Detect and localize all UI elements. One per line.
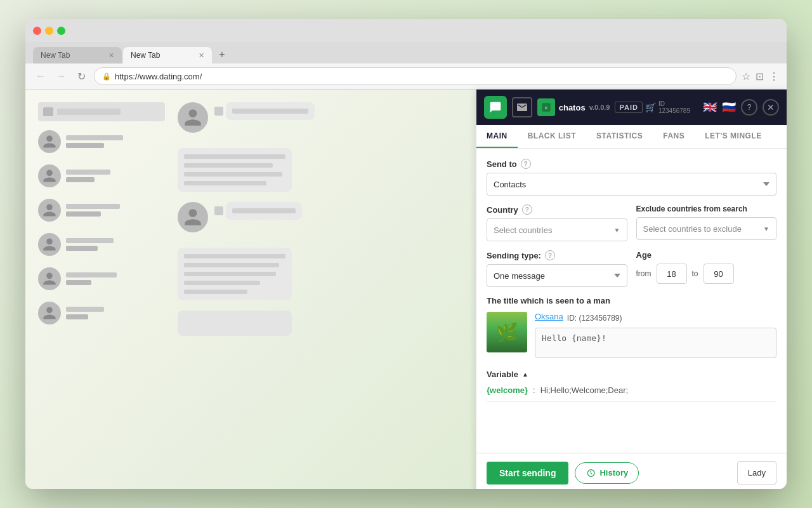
avatar: [38, 233, 61, 256]
list-item: [38, 128, 165, 156]
send-to-select[interactable]: Contacts All users New users: [487, 173, 776, 196]
ext-footer: Start sending History Lady: [476, 453, 787, 489]
variable-item: {welcome} : Hi;Hello;Welcome;Dear;: [487, 385, 776, 402]
lady-button[interactable]: Lady: [737, 461, 776, 485]
site-main: [178, 102, 463, 479]
age-label: Age: [636, 250, 777, 260]
age-from-input[interactable]: [657, 264, 687, 284]
start-sending-button[interactable]: Start sending: [487, 462, 568, 485]
title-row: The title which is seen to a man 🌿 Oksan…: [487, 296, 776, 361]
country-help-icon[interactable]: ?: [522, 204, 532, 215]
sending-type-select[interactable]: One message Multiple messages: [487, 264, 627, 287]
extension-panel: c chatos v.0.0.9 PAID 🛒 ID 123456789 🇬�: [476, 90, 787, 489]
ext-header: c chatos v.0.0.9 PAID 🛒 ID 123456789 🇬�: [476, 90, 787, 125]
list-item: [38, 299, 165, 327]
exclude-label: Exclude countries from search: [636, 204, 777, 213]
exclude-select[interactable]: Select countries to exclude ▼: [636, 217, 777, 240]
history-label: History: [599, 468, 628, 478]
url-text: https://www.dating.com/: [115, 72, 202, 81]
site-mock: [25, 90, 476, 489]
sending-type-age-row: Sending type: ? One message Multiple mes…: [487, 250, 776, 287]
sending-type-help-icon[interactable]: ?: [545, 250, 555, 260]
variable-toggle[interactable]: Variable ▲: [487, 370, 776, 379]
flag-uk-icon[interactable]: 🇬🇧: [703, 100, 717, 114]
menu-button[interactable]: ⋮: [769, 70, 779, 83]
tab-1-close[interactable]: ✕: [108, 51, 114, 60]
profile-photo-inner: 🌿: [487, 312, 527, 352]
forward-button[interactable]: →: [53, 70, 69, 82]
user-lines: [66, 135, 123, 148]
chat-item: [178, 102, 463, 133]
avatar: [178, 102, 208, 133]
user-lines: [66, 307, 104, 319]
chat-item: [178, 202, 463, 232]
send-to-row: Send to ? Contacts All users New users: [487, 159, 776, 196]
variable-row: Variable ▲ {welcome} : Hi;Hello;Welcome;…: [487, 370, 776, 402]
profile-name[interactable]: Oksana: [535, 312, 563, 321]
address-bar-row: ← → ↻ 🔒 https://www.dating.com/ ☆ ⊡ ⋮: [25, 64, 787, 89]
secure-icon: 🔒: [102, 72, 111, 81]
variable-values: Hi;Hello;Welcome;Dear;: [540, 385, 628, 395]
sending-type-label: Sending type: ?: [487, 250, 627, 260]
cart-icon: 🛒: [645, 102, 656, 112]
mock-search: [38, 102, 165, 121]
title-label: The title which is seen to a man: [487, 296, 776, 305]
help-button[interactable]: ?: [741, 99, 757, 116]
user-lines: [66, 204, 120, 217]
avatar: [38, 302, 61, 324]
message-input[interactable]: [535, 328, 776, 358]
ext-nav: MAIN BLACK LIST STATISTICS FANS LET'S MI…: [476, 125, 787, 149]
tab-main[interactable]: MAIN: [476, 125, 518, 148]
avatar: [178, 202, 208, 232]
tab-2[interactable]: New Tab ✕: [123, 47, 212, 64]
tab-2-label: New Tab: [131, 51, 160, 60]
tab-2-close[interactable]: ✕: [199, 51, 204, 60]
profile-id: ID: (123456789): [567, 314, 622, 323]
bookmark-button[interactable]: ☆: [742, 70, 750, 83]
browser-chrome: New Tab ✕ New Tab ✕ + ← → ↻ 🔒 https://ww…: [25, 42, 787, 90]
logo-text: chatos: [559, 103, 586, 112]
traffic-lights: [33, 27, 65, 35]
message-bubble: [226, 102, 315, 120]
message-bubble: [178, 248, 292, 300]
maximize-window-button[interactable]: [57, 27, 65, 35]
minimize-window-button[interactable]: [45, 27, 53, 35]
profile-preview: 🌿 Oksana ID: (123456789): [487, 312, 776, 361]
profile-info: Oksana ID: (123456789): [535, 312, 776, 361]
page-content: c chatos v.0.0.9 PAID 🛒 ID 123456789 🇬�: [25, 90, 787, 489]
account-id: ID 123456789: [658, 100, 698, 114]
back-button[interactable]: ←: [33, 70, 48, 82]
tab-1[interactable]: New Tab ✕: [33, 47, 122, 64]
message-input-area: [178, 311, 292, 336]
avatar: [38, 267, 61, 290]
address-bar[interactable]: 🔒 https://www.dating.com/: [94, 67, 737, 85]
send-to-help-icon[interactable]: ?: [521, 159, 531, 169]
site-sidebar: [38, 102, 165, 479]
tab-blacklist[interactable]: BLACK LIST: [518, 125, 586, 148]
country-label: Country ?: [487, 204, 627, 215]
list-item: [38, 231, 165, 258]
new-tab-button[interactable]: +: [213, 46, 231, 64]
country-select[interactable]: Select countries ▼: [487, 218, 627, 241]
age-to-input[interactable]: [704, 264, 734, 284]
tab-manager-button[interactable]: ⊡: [756, 70, 764, 83]
country-exclude-row: Country ? Select countries ▼ Exclude cou…: [487, 204, 776, 241]
history-button[interactable]: History: [575, 462, 639, 484]
tab-fans[interactable]: FANS: [653, 125, 695, 148]
tab-1-label: New Tab: [41, 51, 70, 60]
close-window-button[interactable]: [33, 27, 41, 35]
tab-lets-mingle[interactable]: LET'S MINGLE: [695, 125, 772, 148]
reload-button[interactable]: ↻: [74, 70, 89, 83]
mail-tab-icon[interactable]: [512, 97, 532, 117]
tab-statistics[interactable]: STATISTICS: [586, 125, 653, 148]
svg-text:c: c: [545, 105, 547, 110]
flag-ru-icon[interactable]: 🇷🇺: [722, 100, 736, 114]
user-lines: [66, 238, 114, 251]
age-range: from to: [636, 264, 777, 284]
paid-badge: PAID 🛒 ID 123456789: [615, 100, 698, 114]
message-bubble: [178, 148, 292, 192]
close-button[interactable]: ✕: [763, 99, 779, 116]
avatar: [38, 164, 61, 187]
chat-tab-icon[interactable]: [484, 96, 507, 119]
list-item: [38, 162, 165, 190]
